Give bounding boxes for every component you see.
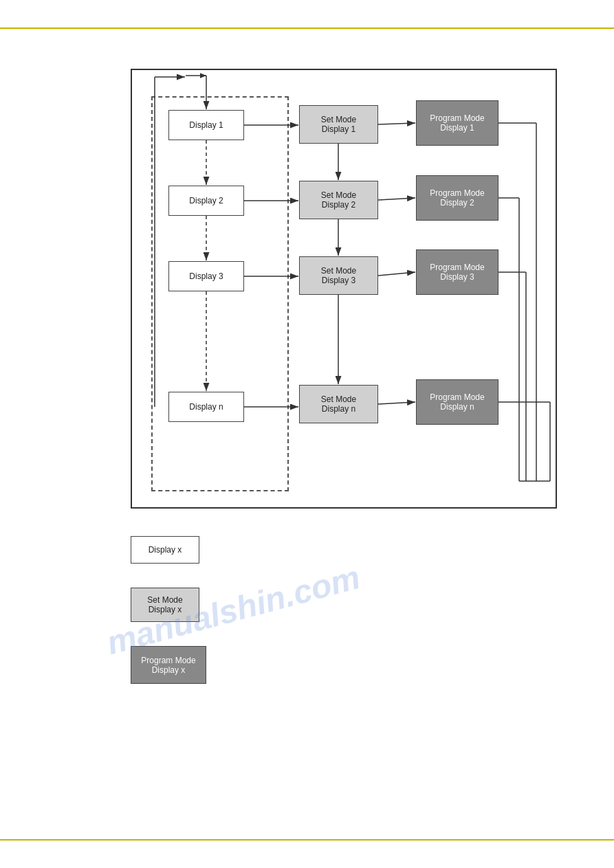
display-3-box: Display 3	[168, 261, 244, 291]
progmode-1-box: Program Mode Display 1	[416, 100, 498, 146]
setmode-3-box: Set Mode Display 3	[299, 256, 378, 295]
legend-display-item: Display x	[131, 536, 406, 564]
dashed-loop-border	[151, 96, 289, 491]
progmode-n-box: Program Mode Display n	[416, 379, 498, 425]
legend-display-box: Display x	[131, 536, 199, 564]
display-2-box: Display 2	[168, 186, 244, 216]
setmode-1-box: Set Mode Display 1	[299, 105, 378, 144]
legend-setmode-item: Set Mode Display x	[131, 588, 406, 622]
legend-progmode-box: Program Mode Display x	[131, 646, 206, 684]
legend-setmode-box: Set Mode Display x	[131, 588, 199, 622]
flow-diagram: Display 1 Display 2 Display 3 Display n …	[131, 69, 557, 509]
setmode-n-box: Set Mode Display n	[299, 385, 378, 423]
progmode-2-box: Program Mode Display 2	[416, 175, 498, 221]
display-n-box: Display n	[168, 392, 244, 422]
bottom-decorative-line	[0, 839, 614, 841]
legend-area: Display x Set Mode Display x Program Mod…	[131, 536, 406, 708]
progmode-3-box: Program Mode Display 3	[416, 249, 498, 295]
setmode-2-box: Set Mode Display 2	[299, 181, 378, 219]
display-1-box: Display 1	[168, 110, 244, 140]
legend-progmode-item: Program Mode Display x	[131, 646, 406, 684]
top-decorative-line	[0, 27, 614, 29]
